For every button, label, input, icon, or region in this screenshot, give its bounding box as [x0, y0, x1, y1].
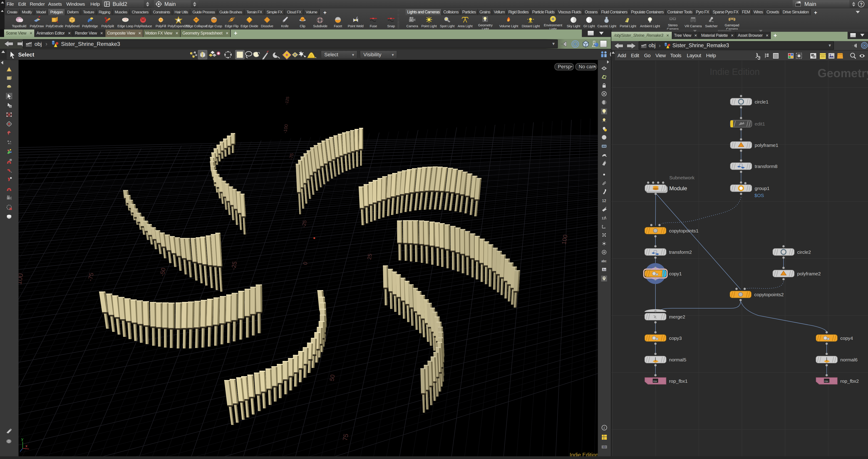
svg-text:FBX: FBX	[825, 380, 829, 383]
svg-text:normal5: normal5	[669, 357, 686, 362]
svg-text:$OS: $OS	[754, 193, 764, 198]
svg-text:-25: -25	[230, 261, 238, 270]
svg-text:75: 75	[341, 433, 349, 441]
svg-text:-25: -25	[301, 220, 308, 228]
svg-text:copy3: copy3	[669, 335, 682, 341]
svg-text:copy4: copy4	[840, 335, 853, 341]
svg-text:100: 100	[560, 234, 569, 245]
svg-text:12: 12	[602, 199, 606, 203]
svg-text:transform8: transform8	[755, 164, 777, 169]
svg-text:FBX: FBX	[653, 380, 657, 383]
svg-text:normal6: normal6	[840, 357, 858, 362]
svg-text:rop_fbx1: rop_fbx1	[669, 379, 688, 384]
svg-text:i: i	[603, 426, 604, 430]
svg-text:merge2: merge2	[669, 314, 685, 319]
svg-text:Geometry: Geometry	[817, 67, 868, 80]
svg-text:50: 50	[328, 374, 336, 382]
svg-text:polyframe1: polyframe1	[755, 142, 778, 148]
svg-text:Subnetwork: Subnetwork	[669, 175, 694, 180]
svg-text:copytopoints2: copytopoints2	[754, 292, 784, 297]
svg-text:transform2: transform2	[669, 250, 692, 255]
svg-text:100: 100	[19, 273, 25, 285]
svg-text:x: x	[25, 444, 28, 448]
svg-text:rop_fbx2: rop_fbx2	[840, 379, 859, 384]
svg-text:-50: -50	[158, 267, 167, 277]
svg-text:Indie Edition: Indie Edition	[569, 452, 598, 456]
svg-text:Persp: Persp	[558, 64, 571, 69]
svg-text:Indie Edition: Indie Edition	[710, 67, 760, 77]
svg-text:-100: -100	[282, 124, 289, 133]
svg-text:group1: group1	[755, 186, 769, 191]
svg-text:abc: abc	[601, 259, 607, 263]
svg-text:25: 25	[366, 253, 373, 260]
svg-text:0: 0	[302, 261, 308, 265]
svg-text:-125: -125	[284, 96, 290, 105]
svg-text:copy1: copy1	[669, 271, 682, 276]
svg-text:-75: -75	[87, 272, 95, 282]
svg-text:Module: Module	[669, 185, 687, 191]
svg-text:y: y	[21, 437, 23, 441]
svg-text:circle1: circle1	[755, 99, 769, 104]
svg-text:polyframe2: polyframe2	[797, 271, 821, 276]
svg-text:12: 12	[601, 216, 606, 220]
svg-text:No cam: No cam	[579, 64, 596, 69]
svg-text:copytopoints1: copytopoints1	[669, 228, 699, 233]
svg-text:edit1: edit1	[755, 121, 765, 126]
svg-text:circle2: circle2	[797, 250, 811, 255]
